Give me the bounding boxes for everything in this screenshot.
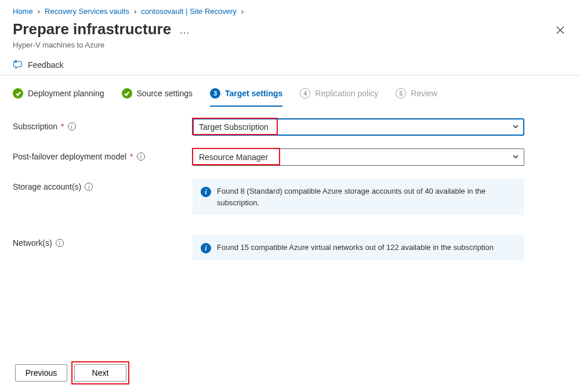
info-icon[interactable]: i bbox=[68, 122, 76, 130]
chevron-right-icon: › bbox=[241, 7, 244, 16]
breadcrumb-vaults[interactable]: Recovery Services vaults bbox=[45, 7, 129, 16]
step-deployment-planning[interactable]: Deployment planning bbox=[13, 88, 104, 99]
step-number-icon: 4 bbox=[300, 88, 310, 99]
storage-accounts-label: Storage account(s) bbox=[13, 182, 81, 191]
breadcrumb: Home › Recovery Services vaults › contos… bbox=[13, 7, 567, 16]
step-label: Replication policy bbox=[315, 89, 378, 98]
info-icon[interactable]: i bbox=[137, 153, 145, 161]
info-icon[interactable]: i bbox=[85, 183, 93, 191]
step-label: Review bbox=[411, 89, 437, 98]
post-failover-deployment-model-select[interactable]: Resource Manager bbox=[193, 148, 524, 166]
required-indicator: * bbox=[61, 122, 64, 131]
more-actions-button[interactable]: … bbox=[179, 24, 191, 37]
subscription-value: Target Subscription bbox=[199, 122, 269, 132]
subscription-label: Subscription bbox=[13, 122, 57, 131]
step-label: Target settings bbox=[225, 89, 282, 98]
feedback-icon bbox=[13, 60, 23, 70]
storage-accounts-info-banner: i Found 8 (Standard) compatible Azure st… bbox=[193, 179, 524, 215]
breadcrumb-vault[interactable]: contosovault | Site Recovery bbox=[141, 7, 237, 16]
info-filled-icon: i bbox=[201, 243, 211, 253]
step-label: Deployment planning bbox=[28, 89, 104, 98]
check-circle-icon bbox=[122, 88, 132, 99]
info-filled-icon: i bbox=[201, 187, 211, 197]
page-title: Prepare infrastructure bbox=[13, 20, 171, 38]
networks-label: Network(s) bbox=[13, 238, 52, 248]
step-review[interactable]: 5 Review bbox=[396, 88, 437, 99]
close-icon bbox=[556, 26, 565, 35]
page-subtitle: Hyper-V machines to Azure bbox=[13, 41, 567, 49]
subscription-select[interactable]: Target Subscription bbox=[193, 118, 524, 136]
step-number-icon: 3 bbox=[210, 88, 220, 99]
post-failover-deployment-model-value: Resource Manager bbox=[199, 153, 268, 162]
chevron-right-icon: › bbox=[134, 7, 136, 16]
breadcrumb-home[interactable]: Home bbox=[13, 7, 33, 16]
chevron-down-icon bbox=[512, 153, 519, 162]
step-label: Source settings bbox=[137, 89, 193, 98]
step-target-settings[interactable]: 3 Target settings bbox=[210, 88, 282, 107]
chevron-down-icon bbox=[512, 122, 519, 132]
info-icon[interactable]: i bbox=[56, 239, 64, 247]
step-number-icon: 5 bbox=[396, 88, 406, 99]
close-button[interactable] bbox=[556, 26, 565, 37]
chevron-right-icon: › bbox=[38, 7, 40, 16]
networks-info-banner: i Found 15 compatible Azure virtual netw… bbox=[193, 235, 524, 260]
wizard-steps: Deployment planning Source settings 3 Ta… bbox=[13, 75, 567, 102]
feedback-label: Feedback bbox=[28, 60, 63, 70]
step-replication-policy[interactable]: 4 Replication policy bbox=[300, 88, 378, 99]
step-source-settings[interactable]: Source settings bbox=[122, 88, 193, 99]
post-failover-deployment-model-label: Post-failover deployment model bbox=[13, 152, 126, 161]
feedback-button[interactable]: Feedback bbox=[13, 60, 567, 70]
form: Subscription * i Target Subscription Pos… bbox=[13, 118, 567, 260]
storage-accounts-info-text: Found 8 (Standard) compatible Azure stor… bbox=[217, 186, 516, 208]
check-circle-icon bbox=[13, 88, 23, 99]
required-indicator: * bbox=[130, 152, 133, 161]
networks-info-text: Found 15 compatible Azure virtual networ… bbox=[217, 242, 494, 253]
